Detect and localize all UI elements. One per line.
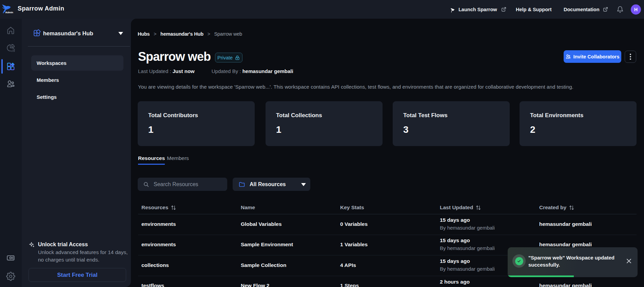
svg-text:Admin: Admin [5, 11, 14, 14]
